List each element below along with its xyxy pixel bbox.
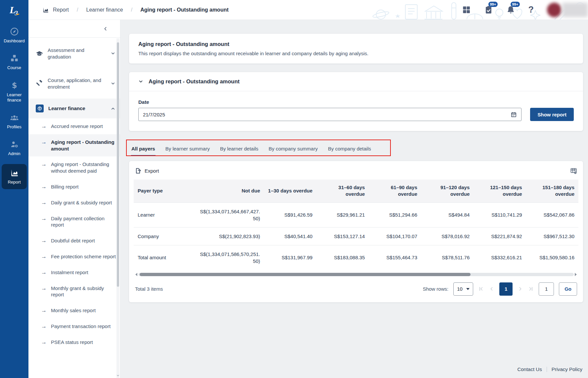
chevron-down-icon — [111, 51, 115, 56]
primary-nav-item-profiles[interactable]: Profiles — [2, 110, 27, 133]
scroll-right-icon[interactable] — [575, 273, 578, 276]
horizontal-scrollbar-track[interactable] — [138, 273, 574, 276]
last-page-icon[interactable] — [528, 286, 534, 292]
topbar: Report / Learner finance / Aging report … — [28, 0, 588, 20]
breadcrumb-separator: / — [131, 7, 132, 13]
primary-nav-item-report[interactable]: Report — [2, 164, 27, 189]
report-link-doubtful-debt-report[interactable]: →Doubtful debt report — [28, 233, 120, 249]
go-button[interactable]: Go — [559, 282, 577, 296]
primary-nav-item-course[interactable]: Course — [2, 51, 27, 73]
report-link-fee-protection-scheme-report[interactable]: →Fee protection scheme report — [28, 249, 120, 265]
report-link-accrued-revenue-report[interactable]: →Accrued revenue report — [28, 118, 120, 134]
table-settings-icon[interactable] — [570, 167, 577, 174]
next-page-icon[interactable] — [518, 286, 523, 292]
app-logo[interactable]: L3 — [0, 0, 28, 20]
user-menu[interactable] — [547, 3, 588, 17]
report-link-label: Aging report - Outstanding amount — [51, 139, 116, 152]
tab-by-company-summary[interactable]: By company summary — [268, 142, 318, 156]
amount-cell: S$131,967.99 — [264, 245, 316, 270]
primary-nav-item-learner-finance[interactable]: $Learner finance — [2, 78, 27, 106]
amount-cell: S$91,426.59 — [264, 202, 316, 227]
show-rows-label: Show rows: — [423, 286, 449, 292]
notifications-badge: 99+ — [511, 2, 520, 7]
filter-section-toggle[interactable]: Aging report - Outstanding amount — [129, 72, 583, 91]
amount-cell: S$(1,334,071,564,667,427.50) — [194, 202, 264, 227]
user-name-redacted — [562, 3, 588, 17]
report-link-daily-grant-subsidy-report[interactable]: →Daily grant & subsidy report — [28, 195, 120, 211]
report-link-label: PSEA status report — [51, 339, 116, 346]
collapse-sidebar-icon[interactable] — [103, 26, 108, 31]
tab-by-learner-summary[interactable]: By learner summary — [165, 142, 210, 156]
apps-grid-icon[interactable] — [462, 5, 471, 14]
primary-nav-label: Report — [8, 180, 21, 185]
row-label: Learner — [134, 202, 194, 227]
report-link-monthly-sales-report[interactable]: →Monthly sales report — [28, 303, 120, 318]
report-link-label: Accrued revenue report — [51, 123, 116, 130]
amount-cell: S$29,961.21 — [316, 202, 369, 227]
vertical-scrollbar-thumb[interactable] — [117, 42, 119, 287]
secondary-nav-group-learner-finance[interactable]: Learner finance — [28, 99, 120, 118]
group-label: Course, application, and enrolment — [48, 77, 106, 90]
first-page-icon[interactable] — [478, 286, 484, 292]
secondary-nav-group-assessment-and-graduation[interactable]: Assessment and graduation — [28, 38, 120, 68]
arrow-right-icon: → — [41, 139, 47, 146]
tab-all-payers[interactable]: All payers — [131, 142, 156, 156]
report-link-aging-report-outstanding-without-deemed-paid[interactable]: →Aging report - Outstanding without deem… — [28, 156, 120, 179]
column-header-91-120-days-overdue: 91–120 days overdue — [421, 180, 474, 202]
contact-us-link[interactable]: Contact Us — [517, 366, 542, 372]
amount-cell: S$51,294.66 — [369, 202, 421, 227]
arrow-right-icon: → — [41, 161, 47, 168]
column-header-not-due: Not due — [194, 180, 264, 202]
breadcrumb-learner-finance[interactable]: Learner finance — [86, 7, 123, 13]
row-label: Company — [134, 227, 194, 245]
arrow-right-icon: → — [41, 323, 47, 330]
chevron-down-icon — [111, 81, 115, 86]
previous-page-icon[interactable] — [489, 286, 494, 292]
scroll-down-icon[interactable] — [116, 374, 120, 377]
rows-per-page-value: 10 — [457, 286, 463, 292]
ledger-icon — [36, 105, 44, 112]
report-link-aging-report-outstanding-amount[interactable]: →Aging report - Outstanding amount — [28, 134, 120, 157]
date-input[interactable] — [143, 112, 511, 117]
tab-by-learner-details[interactable]: By learner details — [220, 142, 259, 156]
horizontal-scrollbar[interactable] — [134, 273, 578, 276]
report-link-label: Instalment report — [51, 269, 116, 276]
report-link-payment-transaction-report[interactable]: →Payment transaction report — [28, 318, 120, 334]
amount-cell: S$78,016.92 — [421, 227, 474, 245]
secondary-nav-group-course-application-and-enrolment[interactable]: Course, application, and enrolment — [28, 68, 120, 99]
footer: Contact Us Privacy Policy — [129, 366, 583, 378]
primary-nav-item-dashboard[interactable]: Dashboard — [2, 24, 27, 47]
privacy-policy-link[interactable]: Privacy Policy — [552, 366, 582, 372]
report-link-daily-payment-collection-report[interactable]: →Daily payment collection report — [28, 211, 120, 233]
date-field[interactable] — [138, 108, 521, 121]
goto-page-input[interactable] — [539, 282, 554, 296]
tasks-clipboard-icon[interactable]: 99+ — [484, 5, 493, 14]
current-page-button[interactable]: 1 — [499, 282, 513, 296]
calendar-icon[interactable] — [511, 111, 517, 118]
report-link-billing-report[interactable]: →Billing report — [28, 179, 120, 195]
rows-per-page-select[interactable]: 10 — [453, 282, 473, 296]
vertical-scrollbar[interactable] — [116, 38, 119, 378]
report-link-label: Monthly grant & subsidy report — [51, 285, 116, 298]
scroll-left-icon[interactable] — [134, 273, 137, 276]
notifications-bell-icon[interactable]: 99+ — [506, 5, 515, 14]
primary-nav-item-admin[interactable]: Admin — [2, 137, 27, 159]
amount-cell: S$40,541.40 — [264, 227, 316, 245]
breadcrumb-label: Learner finance — [86, 7, 123, 13]
report-link-psea-status-report[interactable]: →PSEA status report — [28, 334, 120, 350]
avatar — [547, 3, 562, 17]
cubes-icon — [10, 54, 19, 63]
report-link-monthly-grant-subsidy-report[interactable]: →Monthly grant & subsidy report — [28, 280, 120, 303]
export-button[interactable]: Export — [135, 168, 159, 174]
filter-section-title: Aging report - Outstanding amount — [149, 78, 240, 85]
amount-cell: S$(1,334,071,586,570,251.50) — [194, 245, 264, 270]
horizontal-scrollbar-thumb[interactable] — [140, 273, 471, 276]
report-link-instalment-report[interactable]: →Instalment report — [28, 265, 120, 280]
tab-by-company-details[interactable]: By company details — [328, 142, 371, 156]
help-icon[interactable]: ? — [528, 5, 534, 14]
breadcrumb-report[interactable]: Report — [42, 7, 69, 13]
show-report-button[interactable]: Show report — [530, 108, 574, 121]
pagination-controls: Show rows: 10 1 — [423, 282, 577, 296]
report-link-label: Daily payment collection report — [51, 215, 116, 229]
page-description: This report displays the outstanding amo… — [138, 51, 574, 56]
